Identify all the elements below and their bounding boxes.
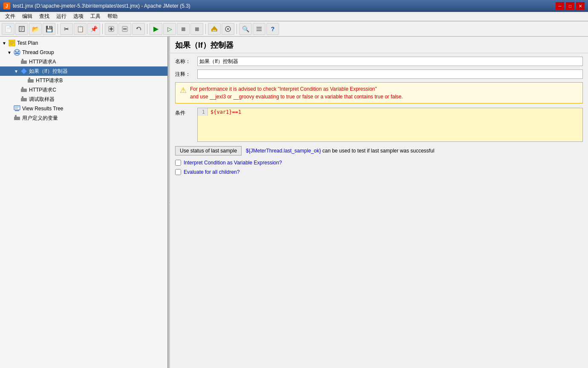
- title-bar: J test1.jmx (D:\apache-jmeter-5.3\bin\te…: [0, 0, 588, 12]
- debug-sampler-label: 调试取样器: [29, 96, 55, 103]
- name-input[interactable]: [197, 57, 583, 66]
- paste-button[interactable]: 📌: [87, 23, 100, 35]
- evaluate-all-children-checkbox[interactable]: [175, 169, 181, 175]
- expand-icon: [14, 60, 19, 64]
- svg-rect-28: [22, 59, 23, 61]
- comment-input[interactable]: [197, 69, 583, 79]
- tree-item-user-variables[interactable]: 用户定义的变量: [0, 113, 167, 123]
- use-status-button[interactable]: Use status of last sample: [175, 146, 242, 155]
- svg-marker-29: [21, 68, 27, 74]
- window-title: test1.jmx (D:\apache-jmeter-5.3\bin\temp…: [13, 3, 556, 9]
- splitter-dots: ···: [167, 202, 171, 203]
- open-template-button[interactable]: [15, 23, 28, 35]
- panel-splitter[interactable]: ···: [168, 37, 170, 368]
- start-button[interactable]: ▶: [150, 23, 162, 35]
- user-variables-label: 用户定义的变量: [22, 115, 58, 122]
- tree-item-http-c[interactable]: HTTP请求C: [0, 85, 167, 95]
- search-button[interactable]: 🔍: [239, 23, 252, 35]
- expand-icon: [7, 116, 12, 121]
- status-hint: ${JMeterThread.last_sample_ok} can be us…: [246, 148, 434, 154]
- save-button[interactable]: 💾: [43, 23, 55, 35]
- comment-row: 注释：: [175, 69, 583, 79]
- http-a-label: HTTP请求A: [29, 58, 56, 66]
- undo-delete-button[interactable]: [132, 23, 145, 35]
- shutdown-button[interactable]: ⏹: [190, 23, 203, 35]
- copy-button[interactable]: 📋: [74, 23, 86, 35]
- if-controller-icon: [20, 67, 28, 75]
- panel-header: 如果（If）控制器: [170, 37, 588, 53]
- http-b-icon: [27, 77, 35, 84]
- minimize-button[interactable]: ─: [556, 2, 564, 10]
- checkbox1-row: Interpret Condition as Variable Expressi…: [175, 160, 583, 166]
- menu-find[interactable]: 查找: [36, 12, 53, 21]
- comment-label: 注释：: [175, 71, 197, 78]
- test-plan-icon: [8, 39, 16, 47]
- svg-rect-31: [29, 78, 30, 80]
- view-results-tree-label: View Results Tree: [22, 106, 63, 112]
- content-panel: 如果（If）控制器 名称： 注释： ⚠ For performance it i…: [170, 37, 588, 368]
- expand-icon: ▼: [2, 41, 7, 46]
- code-editor[interactable]: 1 ${var1}==1: [197, 108, 583, 142]
- menu-edit[interactable]: 编辑: [19, 12, 36, 21]
- main-container: ▼ Test Plan ▼ Thread Group HTTP请求A ▼: [0, 37, 588, 368]
- maximize-button[interactable]: □: [566, 2, 574, 10]
- expand-icon: ▼: [14, 69, 19, 74]
- tree-item-thread-group[interactable]: ▼ Thread Group: [0, 48, 167, 57]
- svg-rect-43: [14, 117, 20, 120]
- expand-icon: [14, 88, 19, 92]
- svg-point-16: [227, 28, 229, 30]
- name-row: 名称：: [175, 57, 583, 66]
- tree-item-view-results-tree[interactable]: View Results Tree: [0, 104, 167, 113]
- status-hint-text: can be used to test if last sampler was …: [321, 148, 434, 154]
- help-button[interactable]: ?: [266, 23, 279, 35]
- tree-item-if-controller[interactable]: ▼ 如果（If）控制器: [0, 66, 167, 76]
- checkbox2-row: Evaluate for all children?: [175, 169, 583, 175]
- condition-row: 条件 1 ${var1}==1: [175, 108, 583, 142]
- evaluate-all-children-label[interactable]: Evaluate for all children?: [184, 169, 239, 175]
- svg-point-25: [15, 51, 17, 52]
- status-btn-row: Use status of last sample ${JMeterThread…: [175, 146, 583, 155]
- tree-item-debug-sampler[interactable]: 调试取样器: [0, 95, 167, 104]
- menu-file[interactable]: 文件: [2, 12, 19, 21]
- list-button[interactable]: [253, 23, 265, 35]
- expand-icon: ▼: [7, 50, 12, 55]
- sep2: [102, 24, 103, 34]
- stop-button[interactable]: ⏹: [177, 23, 190, 35]
- tree-item-test-plan[interactable]: ▼ Test Plan: [0, 38, 167, 48]
- svg-rect-36: [14, 106, 20, 110]
- start-no-pause-button[interactable]: ▷: [163, 23, 176, 35]
- thread-group-label: Thread Group: [22, 49, 54, 55]
- menu-options[interactable]: 选项: [70, 12, 87, 21]
- open-button[interactable]: 📂: [29, 23, 42, 35]
- debug-sampler-icon: [20, 95, 28, 103]
- tree-panel: ▼ Test Plan ▼ Thread Group HTTP请求A ▼: [0, 37, 168, 368]
- remote-start-button[interactable]: [222, 23, 234, 35]
- condition-label: 条件: [175, 108, 197, 117]
- svg-rect-33: [22, 87, 23, 89]
- interpret-condition-label[interactable]: Interpret Condition as Variable Expressi…: [184, 160, 282, 166]
- menu-help[interactable]: 帮助: [104, 12, 121, 21]
- menu-run[interactable]: 运行: [53, 12, 70, 21]
- http-a-icon: [20, 58, 28, 66]
- tree-item-http-a[interactable]: HTTP请求A: [0, 57, 167, 66]
- window-controls: ─ □ ✕: [556, 2, 585, 10]
- remove-button[interactable]: [118, 23, 131, 35]
- interpret-condition-checkbox[interactable]: [175, 160, 181, 166]
- add-button[interactable]: [105, 23, 118, 35]
- http-b-label: HTTP请求B: [36, 77, 63, 84]
- close-button[interactable]: ✕: [576, 2, 585, 10]
- svg-rect-44: [15, 115, 17, 117]
- sep4: [205, 24, 206, 34]
- svg-rect-35: [22, 96, 23, 98]
- sep3: [147, 24, 147, 34]
- svg-rect-30: [28, 79, 34, 83]
- new-button[interactable]: 📄: [2, 23, 14, 35]
- sep5: [236, 24, 237, 34]
- clear-all-button[interactable]: [208, 23, 221, 35]
- toolbar: 📄 📂 💾 ✂ 📋 📌 ▶ ▷ ⏹ ⏹ 🔍 ?: [0, 21, 588, 37]
- menu-tools[interactable]: 工具: [87, 12, 104, 21]
- tree-item-http-b[interactable]: HTTP请求B: [0, 76, 167, 85]
- user-variables-icon: [13, 114, 21, 122]
- cut-button[interactable]: ✂: [60, 23, 73, 35]
- http-c-icon: [20, 86, 28, 94]
